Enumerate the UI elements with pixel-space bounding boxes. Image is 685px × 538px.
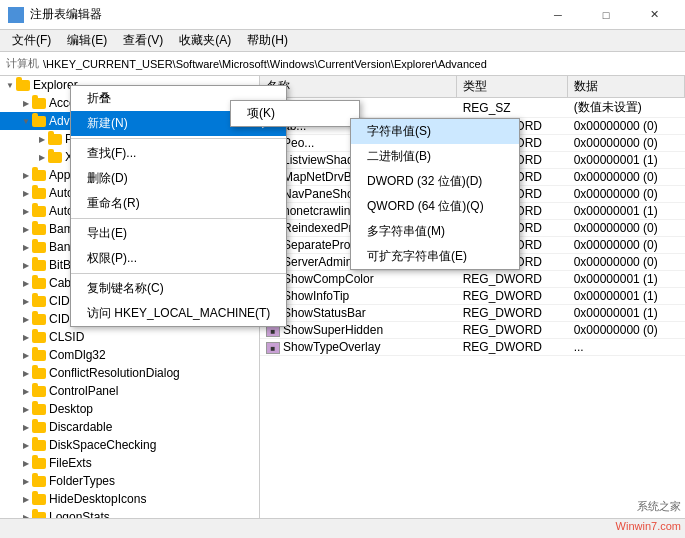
cell-data: 0x00000000 (0) — [568, 186, 685, 203]
tree-item-label: CLSID — [49, 330, 84, 344]
submenu1-item[interactable]: 项(K) — [231, 101, 359, 126]
table-row[interactable]: ■ShowStatusBarREG_DWORD0x00000001 (1) — [260, 305, 685, 322]
context-menu-item[interactable]: 复制键名称(C) — [71, 276, 286, 301]
context-menu-item[interactable]: 重命名(R) — [71, 191, 286, 216]
tree-item[interactable]: ▶DiskSpaceChecking — [0, 436, 259, 454]
cell-type: REG_DWORD — [457, 288, 568, 305]
folder-icon — [32, 494, 46, 505]
cell-data: 0x00000000 (0) — [568, 118, 685, 135]
context-menu-item[interactable]: 查找(F)... — [71, 141, 286, 166]
tree-arrow-icon: ▶ — [20, 457, 32, 469]
menu-item-label: 复制键名称(C) — [87, 280, 164, 297]
tree-arrow-icon: ▶ — [20, 169, 32, 181]
folder-icon — [32, 278, 46, 289]
context-menu-item[interactable]: 访问 HKEY_LOCAL_MACHINE(T) — [71, 301, 286, 326]
cell-data: 0x00000000 (0) — [568, 220, 685, 237]
tree-item[interactable]: ▶Discardable — [0, 418, 259, 436]
table-row[interactable]: ■ShowInfoTipREG_DWORD0x00000001 (1) — [260, 288, 685, 305]
col-header-name: 名称 — [260, 76, 457, 98]
tree-arrow-icon: ▶ — [20, 313, 32, 325]
menu-item-label: 权限(P)... — [87, 250, 137, 267]
tree-item[interactable]: ▶CLSID — [0, 328, 259, 346]
maximize-button[interactable]: □ — [583, 0, 629, 30]
tree-item-label: FileExts — [49, 456, 92, 470]
tree-arrow-icon: ▶ — [20, 403, 32, 415]
menu-item-label: 访问 HKEY_LOCAL_MACHINE(T) — [87, 305, 270, 322]
cell-type: REG_SZ — [457, 98, 568, 118]
window-title: 注册表编辑器 — [30, 6, 535, 23]
title-bar: 注册表编辑器 ─ □ ✕ — [0, 0, 685, 30]
cell-data: 0x00000001 (1) — [568, 203, 685, 220]
tree-arrow-icon: ▼ — [20, 115, 32, 127]
tree-arrow-icon: ▶ — [20, 295, 32, 307]
tree-item[interactable]: ▶Desktop — [0, 400, 259, 418]
folder-icon — [48, 134, 62, 145]
tree-item-label: FolderTypes — [49, 474, 115, 488]
folder-icon — [32, 260, 46, 271]
submenu-value-type[interactable]: 字符串值(S)二进制值(B)DWORD (32 位值)(D)QWORD (64 … — [350, 118, 520, 270]
tree-arrow-icon: ▶ — [20, 349, 32, 361]
svg-rect-0 — [10, 9, 15, 14]
cell-name: ■ShowStatusBar — [260, 305, 457, 322]
cell-data: 0x00000000 (0) — [568, 237, 685, 254]
folder-icon — [32, 170, 46, 181]
tree-item[interactable]: ▶FolderTypes — [0, 472, 259, 490]
menu-item[interactable]: 收藏夹(A) — [171, 30, 239, 51]
menu-item-label: 新建(N) — [87, 115, 128, 132]
status-bar — [0, 518, 685, 538]
tree-arrow-icon: ▶ — [20, 187, 32, 199]
tree-arrow-icon: ▶ — [20, 385, 32, 397]
minimize-button[interactable]: ─ — [535, 0, 581, 30]
tree-item-label: DiskSpaceChecking — [49, 438, 156, 452]
tree-item[interactable]: ▶HideDesktopIcons — [0, 490, 259, 508]
cell-data: 0x00000000 (0) — [568, 322, 685, 339]
tree-item-label: ControlPanel — [49, 384, 118, 398]
context-menu-item[interactable]: 删除(D) — [71, 166, 286, 191]
menu-item[interactable]: 帮助(H) — [239, 30, 296, 51]
cell-data: 0x00000001 (1) — [568, 152, 685, 169]
tree-item[interactable]: ▶ConflictResolutionDialog — [0, 364, 259, 382]
menu-item[interactable]: 编辑(E) — [59, 30, 115, 51]
submenu-new[interactable]: 项(K) — [230, 100, 360, 127]
cell-type: REG_DWORD — [457, 271, 568, 288]
cell-name: ■ShowInfoTip — [260, 288, 457, 305]
submenu2-item[interactable]: 字符串值(S) — [351, 119, 519, 144]
tree-item[interactable]: ▶LogonStats — [0, 508, 259, 518]
folder-icon — [32, 296, 46, 307]
table-row[interactable]: ■ShowCompColorREG_DWORD0x00000001 (1) — [260, 271, 685, 288]
context-menu-item[interactable]: 导出(E) — [71, 221, 286, 246]
tree-arrow-icon: ▶ — [20, 259, 32, 271]
menu-bar: 文件(F)编辑(E)查看(V)收藏夹(A)帮助(H) — [0, 30, 685, 52]
tree-arrow-icon: ▶ — [20, 511, 32, 518]
folder-icon — [32, 440, 46, 451]
address-label: 计算机 — [6, 56, 39, 71]
tree-item-label: ComDlg32 — [49, 348, 106, 362]
context-menu-item[interactable]: 权限(P)... — [71, 246, 286, 271]
menu-item[interactable]: 文件(F) — [4, 30, 59, 51]
col-header-data: 数据 — [568, 76, 685, 98]
folder-icon — [32, 206, 46, 217]
tree-arrow-icon: ▼ — [4, 79, 16, 91]
tree-item[interactable]: ▶FileExts — [0, 454, 259, 472]
submenu2-item[interactable]: QWORD (64 位值)(Q) — [351, 194, 519, 219]
menu-item-label: 查找(F)... — [87, 145, 136, 162]
submenu2-item[interactable]: 多字符串值(M) — [351, 219, 519, 244]
menu-item-label: 导出(E) — [87, 225, 127, 242]
cell-data: ... — [568, 339, 685, 356]
tree-item[interactable]: ▶ControlPanel — [0, 382, 259, 400]
tree-item-label: ConflictResolutionDialog — [49, 366, 180, 380]
submenu2-item[interactable]: 可扩充字符串值(E) — [351, 244, 519, 269]
table-row[interactable]: ■ShowTypeOverlayREG_DWORD... — [260, 339, 685, 356]
table-row[interactable]: ■ShowSuperHiddenREG_DWORD0x00000000 (0) — [260, 322, 685, 339]
folder-icon — [32, 476, 46, 487]
cell-name: ■ShowCompColor — [260, 271, 457, 288]
tree-item[interactable]: ▶ComDlg32 — [0, 346, 259, 364]
submenu2-item[interactable]: 二进制值(B) — [351, 144, 519, 169]
submenu2-item[interactable]: DWORD (32 位值)(D) — [351, 169, 519, 194]
close-button[interactable]: ✕ — [631, 0, 677, 30]
menu-item[interactable]: 查看(V) — [115, 30, 171, 51]
tree-item-label: Discardable — [49, 420, 112, 434]
menu-item-label: 折叠 — [87, 90, 111, 107]
folder-icon — [32, 386, 46, 397]
menu-item-label: 删除(D) — [87, 170, 128, 187]
